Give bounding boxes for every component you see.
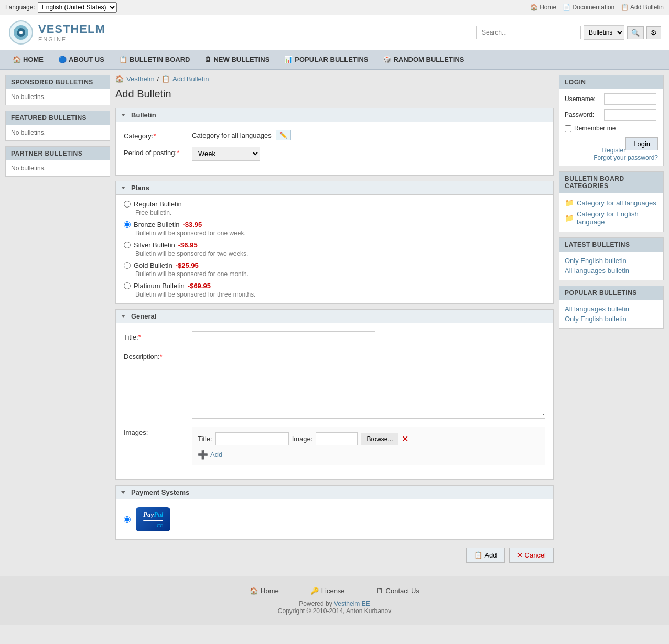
- general-section-header: General: [116, 310, 553, 323]
- sidebar-right: LOGIN Username: Password: Remember me Lo…: [559, 75, 664, 565]
- password-input[interactable]: [604, 109, 656, 121]
- logo-subtitle: ENGINE: [38, 36, 105, 42]
- category-all-link[interactable]: Category for all languages: [577, 199, 656, 207]
- general-section-body: Title:* Description:* Images:: [116, 323, 553, 479]
- title-required: *: [138, 333, 141, 341]
- main-content: 🏠 Vesthelm / 📋 Add Bulletin Add Bulletin…: [110, 75, 559, 565]
- search-input[interactable]: [476, 26, 581, 39]
- nav-popular-bulletins[interactable]: 📊POPULAR BULLETINS: [277, 50, 375, 69]
- logo-name: VESTHELM: [38, 23, 105, 36]
- images-row-outer: Images: Title: Image: Browse... ✕: [124, 427, 545, 465]
- top-home-link[interactable]: 🏠 Home: [530, 4, 556, 11]
- folder-icon-1: 📁: [565, 199, 574, 207]
- plan-silver-radio[interactable]: [124, 242, 131, 248]
- partner-title: PARTNER BULLETINS: [6, 147, 110, 160]
- paypal-radio[interactable]: [124, 516, 131, 523]
- desc-control: [192, 351, 545, 420]
- plan-silver: Silver Bulletin-$6.95 Bulletin will be s…: [124, 241, 545, 257]
- svg-point-3: [19, 31, 23, 34]
- desc-label: Description:*: [124, 351, 192, 361]
- remove-image-button[interactable]: ✕: [402, 434, 408, 444]
- nav-about-us[interactable]: 🔵ABOUT US: [51, 50, 112, 69]
- footer-contact-link[interactable]: 🗒 Contact Us: [376, 587, 419, 595]
- footer-home-link[interactable]: 🏠 Home: [250, 587, 279, 595]
- bulletin-section-body: Category:* Category for all languages ✏️…: [116, 122, 553, 175]
- plan-gold-radio[interactable]: [124, 262, 131, 269]
- login-section: LOGIN Username: Password: Remember me Lo…: [559, 75, 664, 166]
- period-control: Week Day Two Weeks Month Three Months: [192, 147, 545, 161]
- top-documentation-link[interactable]: 📄 Documentation: [563, 4, 614, 11]
- plan-bronze: Bronze Bulletin-$3.95 Bulletin will be s…: [124, 221, 545, 237]
- search-scope-select[interactable]: Bulletins: [584, 25, 624, 40]
- plan-platinum: Platinum Bulletin-$69.95 Bulletin will b…: [124, 282, 545, 298]
- edit-category-button[interactable]: ✏️: [276, 130, 291, 140]
- category-row: Category:* Category for all languages ✏️: [124, 130, 545, 140]
- login-body: Username: Password: Remember me Login Re…: [559, 89, 663, 166]
- breadcrumb-icon: 📋: [161, 75, 170, 83]
- category-english-link[interactable]: Category for English language: [577, 210, 658, 226]
- title-row: Title:*: [124, 331, 545, 344]
- forgot-password-link[interactable]: Forgot your password?: [565, 154, 658, 161]
- image-title-input[interactable]: [215, 432, 289, 445]
- period-select[interactable]: Week Day Two Weeks Month Three Months: [192, 147, 260, 161]
- add-image-button[interactable]: ➕ Add: [198, 450, 222, 460]
- language-select[interactable]: English (United States): [38, 2, 117, 13]
- logo: VESTHELM ENGINE: [8, 19, 105, 46]
- featured-bulletins-section: FEATURED BULLETINS No bulletins.: [5, 111, 110, 141]
- nav-home[interactable]: 🏠HOME: [5, 50, 51, 69]
- popular-item-2[interactable]: Only English bulletin: [565, 314, 658, 324]
- title-label: Title:*: [124, 331, 192, 341]
- logo-text-group: VESTHELM ENGINE: [38, 23, 105, 42]
- top-nav-links: 🏠 Home 📄 Documentation 📋 Add Bulletin: [530, 4, 664, 11]
- username-input[interactable]: [604, 93, 656, 105]
- sponsored-content: No bulletins.: [6, 89, 110, 105]
- browse-button[interactable]: Browse...: [361, 433, 398, 445]
- settings-button[interactable]: ⚙: [646, 26, 661, 39]
- description-textarea[interactable]: [192, 351, 545, 419]
- login-title: LOGIN: [559, 75, 663, 89]
- plan-platinum-label: Platinum Bulletin-$69.95: [124, 282, 545, 290]
- nav-about-icon: 🔵: [58, 56, 67, 63]
- nav-random-bulletins[interactable]: 🎲RANDOM BULLETINS: [375, 50, 471, 69]
- nav-new-bulletins[interactable]: 🗓NEW BULLETINS: [197, 50, 277, 69]
- search-button[interactable]: 🔍: [627, 26, 644, 39]
- cancel-btn-icon: ✕: [517, 551, 523, 559]
- footer-license-link[interactable]: 🔑 License: [310, 587, 345, 595]
- plans-collapse-icon: [121, 187, 125, 189]
- categories-section: BULLETIN BOARD CATEGORIES 📁 Category for…: [559, 171, 664, 232]
- latest-item-1[interactable]: Only English bulletin: [565, 256, 658, 266]
- plan-gold: Gold Bulletin-$25.95 Bulletin will be sp…: [124, 261, 545, 278]
- plan-bronze-radio[interactable]: [124, 221, 131, 228]
- plan-silver-label: Silver Bulletin-$6.95: [124, 241, 545, 249]
- nav-popular-icon: 📊: [284, 56, 293, 63]
- remember-checkbox[interactable]: [565, 125, 571, 132]
- username-label: Username:: [565, 95, 604, 103]
- remember-label: Remember me: [574, 125, 616, 132]
- cancel-button[interactable]: ✕ Cancel: [509, 548, 554, 563]
- general-collapse-icon: [121, 315, 125, 318]
- remember-row: Remember me: [565, 125, 658, 132]
- popular-item-1[interactable]: All languages bulletin: [565, 304, 658, 314]
- category-value: Category for all languages: [192, 132, 272, 139]
- breadcrumb-current-link[interactable]: Add Bulletin: [172, 75, 209, 83]
- plan-platinum-radio[interactable]: [124, 282, 131, 289]
- nav-bulletin-board[interactable]: 📋BULLETIN BOARD: [112, 50, 198, 69]
- bulletin-section-header: Bulletin: [116, 108, 553, 122]
- vesthelm-link[interactable]: Vesthelm EE: [334, 600, 370, 607]
- page-title: Add Bulletin: [115, 88, 554, 100]
- plan-silver-desc: Bulletin will be sponsored for two weeks…: [135, 250, 545, 257]
- popular-body: All languages bulletin Only English bull…: [559, 300, 663, 328]
- bulletin-section: Bulletin Category:* Category for all lan…: [115, 108, 554, 176]
- login-button[interactable]: Login: [625, 137, 658, 150]
- language-label: Language:: [5, 4, 35, 11]
- desc-required: *: [160, 353, 163, 361]
- nav-random-icon: 🎲: [383, 56, 391, 63]
- breadcrumb-home-link[interactable]: Vesthelm: [126, 75, 154, 83]
- title-input[interactable]: [192, 331, 375, 344]
- top-add-bulletin-link[interactable]: 📋 Add Bulletin: [621, 4, 664, 11]
- general-section-title: General: [131, 312, 156, 320]
- add-button[interactable]: 📋 Add: [466, 548, 504, 563]
- latest-item-2[interactable]: All languages bulletin: [565, 266, 658, 276]
- plan-regular-radio[interactable]: [124, 201, 131, 208]
- image-file-input[interactable]: [316, 432, 358, 445]
